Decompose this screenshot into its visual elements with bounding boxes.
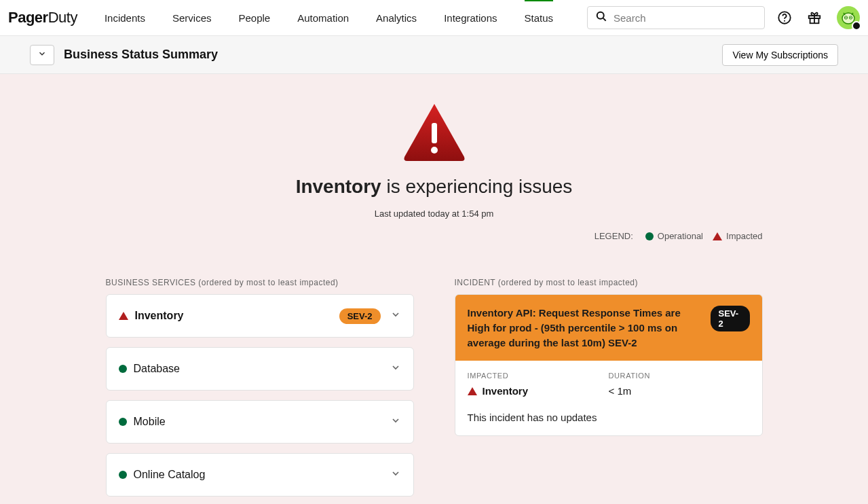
incident-impacted: IMPACTED Inventory <box>468 372 609 397</box>
incident-col: INCIDENT (ordered by most to least impac… <box>455 278 763 504</box>
operational-dot-icon <box>645 232 654 240</box>
incident-updates: This incident has no updates <box>468 412 750 423</box>
services-section-caps: BUSINESS SERVICES <box>106 278 196 287</box>
incident-header: Inventory API: Request Response Times ar… <box>455 295 762 361</box>
help-icon[interactable] <box>777 10 792 25</box>
service-name: Database <box>134 363 181 375</box>
chevron-down-icon <box>390 362 401 376</box>
warning-icon <box>400 101 468 162</box>
impacted-triangle-icon <box>468 387 477 395</box>
legend-label: LEGEND: <box>595 231 633 241</box>
svg-rect-14 <box>432 123 437 143</box>
svg-point-0 <box>597 12 604 19</box>
legend-operational-text: Operational <box>658 231 703 241</box>
nav-incidents[interactable]: Incidents <box>105 1 145 35</box>
services-section-label: BUSINESS SERVICES (ordered by most to le… <box>106 278 414 287</box>
incident-section-label: INCIDENT (ordered by most to least impac… <box>455 278 763 287</box>
subheader: Business Status Summary View My Subscrip… <box>0 36 868 74</box>
nav-people[interactable]: People <box>238 1 270 35</box>
svg-point-11 <box>850 17 852 18</box>
logo[interactable]: PagerDuty <box>8 9 77 26</box>
sev-badge: SEV-2 <box>339 308 381 324</box>
svg-line-1 <box>603 18 606 21</box>
logo-pager: Pager <box>8 9 48 26</box>
logo-duty: Duty <box>48 9 77 26</box>
chevron-down-icon <box>390 415 401 429</box>
service-name: Online Catalog <box>134 469 206 481</box>
svg-point-15 <box>431 147 438 154</box>
service-card-online-catalog[interactable]: Online Catalog <box>106 453 414 497</box>
impacted-triangle-icon <box>713 232 722 240</box>
svg-point-10 <box>846 17 847 18</box>
status-headline: Inventory is experiencing issues <box>296 176 573 198</box>
svg-point-3 <box>784 20 785 22</box>
impacted-label: IMPACTED <box>468 372 609 380</box>
nav-analytics[interactable]: Analytics <box>376 1 417 35</box>
gift-icon[interactable] <box>807 10 822 25</box>
impacted-service: Inventory <box>483 385 529 397</box>
incident-duration: DURATION < 1m <box>609 372 750 397</box>
chevron-down-icon <box>390 309 401 323</box>
last-updated: Last updated today at 1:54 pm <box>375 209 494 219</box>
business-services-col: BUSINESS SERVICES (ordered by most to le… <box>106 278 414 504</box>
top-nav: PagerDuty Incidents Services People Auto… <box>0 0 868 36</box>
topnav-right <box>777 6 860 29</box>
avatar[interactable] <box>837 6 860 29</box>
service-card-mobile[interactable]: Mobile <box>106 400 414 444</box>
nav-integrations[interactable]: Integrations <box>444 1 497 35</box>
headline-service: Inventory <box>296 176 381 197</box>
nav-status[interactable]: Status <box>525 1 554 35</box>
status-page: Inventory is experiencing issues Last up… <box>0 74 868 504</box>
impacted-triangle-icon <box>119 312 128 320</box>
search-input[interactable] <box>614 12 757 24</box>
service-card-database[interactable]: Database <box>106 347 414 391</box>
service-name: Mobile <box>134 416 166 428</box>
service-name: Inventory <box>135 310 184 322</box>
legend-operational: Operational <box>645 231 703 241</box>
nav-items: Incidents Services People Automation Ana… <box>105 1 573 35</box>
incident-title: Inventory API: Request Response Times ar… <box>468 306 698 350</box>
services-section-note: (ordered by most to least impacted) <box>196 278 339 287</box>
operational-dot-icon <box>119 365 127 373</box>
search-box[interactable] <box>587 6 765 29</box>
page-dropdown-button[interactable] <box>30 45 54 65</box>
incident-section-note: (ordered by most to least impacted) <box>495 278 638 287</box>
legend-impacted: Impacted <box>713 231 762 241</box>
headline-suffix: is experiencing issues <box>381 176 573 197</box>
nav-services[interactable]: Services <box>172 1 212 35</box>
nav-automation[interactable]: Automation <box>297 1 349 35</box>
duration-value: < 1m <box>609 385 750 397</box>
incident-section-caps: INCIDENT <box>455 278 495 287</box>
status-columns: BUSINESS SERVICES (ordered by most to le… <box>106 278 763 504</box>
page-title: Business Status Summary <box>64 48 218 62</box>
duration-label: DURATION <box>609 372 750 380</box>
chevron-down-icon <box>37 49 47 61</box>
operational-dot-icon <box>119 418 127 426</box>
legend: LEGEND: Operational Impacted <box>106 231 763 241</box>
svg-point-7 <box>842 13 854 24</box>
view-subscriptions-button[interactable]: View My Subscriptions <box>722 44 838 66</box>
incident-card[interactable]: Inventory API: Request Response Times ar… <box>455 294 763 436</box>
subheader-left: Business Status Summary <box>30 45 218 65</box>
legend-impacted-text: Impacted <box>726 231 762 241</box>
operational-dot-icon <box>119 471 127 479</box>
search-icon <box>595 10 608 26</box>
service-card-inventory[interactable]: Inventory SEV-2 <box>106 294 414 338</box>
chevron-down-icon <box>390 468 401 482</box>
sev-badge: SEV-2 <box>711 306 750 331</box>
status-banner: Inventory is experiencing issues Last up… <box>0 101 868 241</box>
incident-body: IMPACTED Inventory DURATION < 1m <box>455 361 762 435</box>
